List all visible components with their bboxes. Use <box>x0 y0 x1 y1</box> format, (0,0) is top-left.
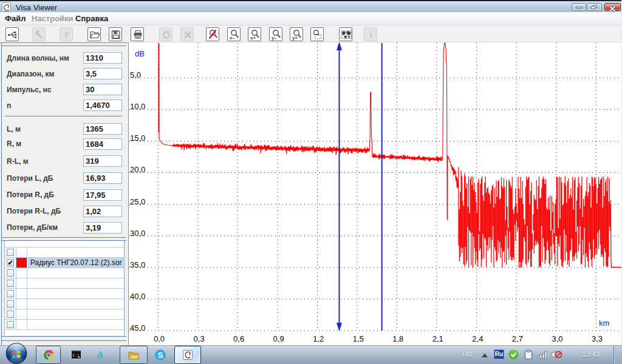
svg-text:1,8: 1,8 <box>392 334 403 343</box>
svg-text:y+: y+ <box>292 35 298 41</box>
svg-text:0,0: 0,0 <box>154 334 165 343</box>
svg-text:x–: x– <box>230 35 235 41</box>
svg-text:25,0: 25,0 <box>130 197 145 206</box>
svg-text:x+: x+ <box>250 35 256 41</box>
svg-text:dB: dB <box>135 49 145 58</box>
svg-text:3,3: 3,3 <box>592 334 603 343</box>
svg-text:15,0: 15,0 <box>130 133 145 143</box>
svg-text:0,6: 0,6 <box>233 334 244 343</box>
svg-text:40,0: 40,0 <box>130 292 145 301</box>
svg-text:20,0: 20,0 <box>130 165 145 174</box>
svg-text:i: i <box>370 30 372 39</box>
svg-text:2,7: 2,7 <box>512 334 523 343</box>
svg-text:y–: y– <box>272 35 277 41</box>
svg-text:10,0: 10,0 <box>130 102 145 111</box>
svg-text:km: km <box>599 318 609 328</box>
svg-text:2,4: 2,4 <box>472 334 483 343</box>
svg-text:35,0: 35,0 <box>130 260 145 269</box>
svg-text:F: F <box>65 30 70 39</box>
svg-text:30,0: 30,0 <box>130 229 145 238</box>
svg-text:1,5: 1,5 <box>353 334 364 343</box>
svg-text:2,1: 2,1 <box>432 334 443 343</box>
svg-text:45,0: 45,0 <box>130 323 145 332</box>
svg-text:0,9: 0,9 <box>273 334 284 343</box>
svg-text:0,3: 0,3 <box>194 334 205 343</box>
svg-text:A: A <box>96 349 103 360</box>
svg-text:3,0: 3,0 <box>552 334 562 343</box>
svg-text:5,0: 5,0 <box>130 70 141 79</box>
svg-text:1,2: 1,2 <box>313 334 324 343</box>
svg-text:S: S <box>158 351 163 360</box>
